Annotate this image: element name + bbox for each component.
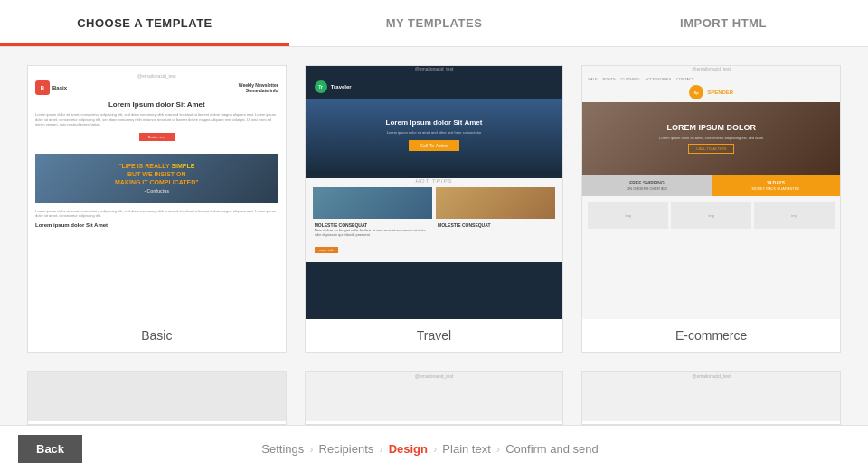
back-button[interactable]: Back: [18, 435, 82, 463]
travel-card1-btn[interactable]: more info: [315, 247, 339, 253]
main-content: @emailonacid_test B Basix Weekly Newslet…: [0, 47, 868, 425]
watermark-ecom: @emailonacid_test: [582, 66, 840, 71]
breadcrumb-design[interactable]: Design: [389, 442, 428, 456]
watermark-basic: @emailonacid_test: [35, 73, 278, 79]
basic-brand: Basix: [52, 85, 67, 90]
ecom-free-shipping: FREE SHIPPINGON ORDERS OVER $50: [582, 175, 711, 196]
basic-banner: "LIFE IS REALLY SIMPLEBUT WE INSIST ONMA…: [35, 154, 278, 203]
tab-choose-template[interactable]: CHOOSE A TEMPLATE: [0, 0, 289, 46]
ecom-nav-items: SALE BOOTS CLOTHING ACCESSORIES CONTACT: [588, 77, 693, 81]
template-card-partial-1[interactable]: [27, 371, 287, 425]
basic-newsletter: Weekly NewsletterSome date info: [239, 82, 278, 94]
template-card-partial-3[interactable]: @emailonacid_test: [581, 371, 841, 425]
travel-brand: Traveler: [331, 84, 352, 90]
breadcrumb-sep-1: ›: [309, 442, 313, 456]
ecom-product-2: img: [671, 202, 751, 229]
template-card-basic[interactable]: @emailonacid_test B Basix Weekly Newslet…: [27, 65, 287, 353]
templates-grid: @emailonacid_test B Basix Weekly Newslet…: [27, 65, 841, 353]
watermark-partial-3: @emailonacid_test: [582, 372, 840, 379]
ecom-product-1: img: [588, 202, 668, 229]
ecom-hero-text: Lorem ipsum dolor sit amet, consectetur …: [659, 136, 763, 140]
breadcrumb-settings[interactable]: Settings: [261, 442, 304, 456]
template-preview-basic: @emailonacid_test B Basix Weekly Newslet…: [28, 66, 286, 319]
travel-card-1: MOLESTIE CONSEQUAT Nam dolore au feugiat…: [313, 187, 432, 257]
ecom-logo-badge: Sp: [689, 85, 703, 99]
basic-footer-title: Lorem ipsum dolor Sit Amet: [35, 222, 278, 228]
tab-my-templates[interactable]: MY TEMPLATES: [289, 0, 579, 46]
basic-cta-btn[interactable]: Button text: [139, 133, 175, 141]
travel-logo: Tr: [315, 80, 327, 93]
travel-hero-subtitle: Lorem ipsum dolor sit amet and other tex…: [387, 130, 482, 135]
ecom-hero-btn[interactable]: CALL-TO-ACTION: [688, 144, 734, 154]
tab-import-html[interactable]: IMPORT HTML: [579, 0, 868, 46]
breadcrumb-confirm-send[interactable]: Confirm and send: [505, 442, 599, 456]
template-preview-ecommerce: @emailonacid_test SALE BOOTS CLOTHING AC…: [582, 66, 840, 319]
bottom-bar: Back Settings › Recipients › Design › Pl…: [0, 425, 868, 472]
travel-header: Tr Traveler: [306, 73, 563, 99]
breadcrumb-sep-2: ›: [379, 442, 382, 456]
ecom-nav: SALE BOOTS CLOTHING ACCESSORIES CONTACT: [582, 73, 840, 85]
template-card-travel[interactable]: @emailonacid_test Tr Traveler Lorem Ipsu…: [305, 65, 564, 353]
travel-hero-title: Lorem Ipsum dolor Sit Amet: [386, 118, 483, 127]
basic-banner-text: "LIFE IS REALLY SIMPLEBUT WE INSIST ONMA…: [115, 162, 199, 194]
basic-title: Lorem Ipsum dolor Sit Amet: [35, 100, 278, 109]
travel-cards: MOLESTIE CONSEQUAT Nam dolore au feugiat…: [306, 187, 563, 262]
watermark-travel: @emailonacid_test: [306, 66, 563, 71]
basic-label: Basic: [28, 319, 286, 352]
breadcrumb-sep-4: ›: [496, 442, 500, 456]
ecom-brand: SPENDER: [707, 90, 733, 95]
travel-section-title: HOT TRIPS: [306, 178, 563, 184]
travel-card2-title: MOLESTIE CONSEQUAT: [438, 222, 553, 228]
travel-label: Travel: [306, 319, 563, 352]
ecom-product-3: img: [754, 202, 835, 229]
travel-card1-text: Nam dolore au feugiat nulla facilisis at…: [315, 228, 430, 237]
ecommerce-label: E-commerce: [582, 319, 840, 352]
breadcrumb: Settings › Recipients › Design › Plain t…: [261, 442, 599, 456]
travel-cta-btn[interactable]: Call-To-Action: [409, 140, 458, 151]
template-card-partial-2[interactable]: @emailonacid_test: [305, 371, 564, 425]
templates-grid-second-row: @emailonacid_test @emailonacid_test: [27, 371, 841, 425]
header-tabs: CHOOSE A TEMPLATE MY TEMPLATES IMPORT HT…: [0, 0, 868, 47]
travel-card-2: MOLESTIE CONSEQUAT: [436, 187, 555, 257]
watermark-partial-2: @emailonacid_test: [306, 372, 563, 379]
basic-logo-badge: B: [35, 80, 50, 95]
breadcrumb-recipients[interactable]: Recipients: [319, 442, 374, 456]
template-preview-travel: @emailonacid_test Tr Traveler Lorem Ipsu…: [306, 66, 563, 319]
breadcrumb-sep-3: ›: [433, 442, 437, 456]
basic-body: Lorem ipsum dolor sit amet, consectetur …: [35, 112, 278, 127]
ecom-products: img img img: [582, 196, 840, 229]
basic-footer-text: Lorem ipsum dolor sit amet, consectetur …: [35, 209, 278, 219]
breadcrumb-plain-text[interactable]: Plain text: [442, 442, 490, 456]
ecom-money-back: 14 DAYSMONEY BACK GUARANTEE: [712, 175, 840, 196]
ecom-hero: LOREM IPSUM DOLOR Lorem ipsum dolor sit …: [582, 102, 840, 175]
ecom-promo-row: FREE SHIPPINGON ORDERS OVER $50 14 DAYSM…: [582, 175, 840, 196]
template-card-ecommerce[interactable]: @emailonacid_test SALE BOOTS CLOTHING AC…: [581, 65, 841, 353]
ecom-hero-title: LOREM IPSUM DOLOR: [666, 123, 756, 132]
travel-hero: Lorem Ipsum dolor Sit Amet Lorem ipsum d…: [306, 99, 563, 171]
